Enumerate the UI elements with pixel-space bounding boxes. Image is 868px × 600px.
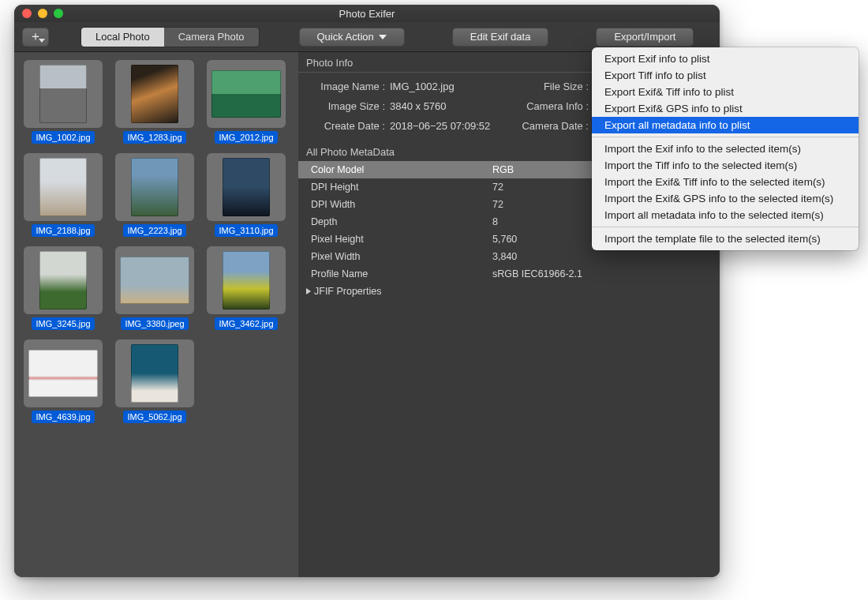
zoom-icon[interactable] <box>54 9 63 18</box>
thumbnail-item[interactable]: IMG_3380.jpeg <box>114 246 196 330</box>
metadata-key: Depth <box>311 216 492 227</box>
file-size-label: File Size : <box>513 81 589 92</box>
thumbnail-label: IMG_5062.jpg <box>123 411 185 423</box>
metadata-row[interactable]: Profile NamesRGB IEC61966-2.1 <box>298 265 720 283</box>
thumbnail-frame <box>24 246 103 314</box>
camera-date-label: Camera Date : <box>513 120 589 132</box>
thumbnail-label: IMG_2188.jpg <box>32 224 94 237</box>
thumbnail-frame <box>207 153 286 221</box>
quick-action-button[interactable]: Quick Action <box>299 28 405 47</box>
thumbnail-item[interactable]: IMG_3462.jpg <box>205 246 287 330</box>
metadata-key: Pixel Width <box>311 251 492 262</box>
metadata-key: DPI Width <box>311 199 492 210</box>
titlebar: Photo Exifer <box>14 5 720 22</box>
tab-local-photo[interactable]: Local Photo <box>81 28 164 47</box>
thumbnail-label: IMG_3380.jpeg <box>121 317 188 330</box>
menu-item[interactable]: Import the Exif& GPS info to the selecte… <box>592 190 859 207</box>
thumbnail-item[interactable]: IMG_2188.jpg <box>22 153 104 237</box>
thumbnail-label: IMG_2223.jpg <box>123 224 185 237</box>
thumbnail-frame <box>115 60 194 128</box>
traffic-lights <box>14 9 63 18</box>
jfif-disclosure[interactable]: JFIF Properties <box>298 283 720 300</box>
image-name-label: Image Name : <box>309 81 385 92</box>
thumbnail-item[interactable]: IMG_4639.jpg <box>22 339 104 423</box>
thumbnail-item[interactable]: IMG_1002.jpg <box>22 60 104 144</box>
menu-separator <box>592 227 859 227</box>
thumbnail-image <box>211 70 281 118</box>
thumbnail-item[interactable]: IMG_1283.jpg <box>114 60 196 144</box>
source-segmented-control: Local Photo Camera Photo <box>80 27 260 47</box>
thumbnail-label: IMG_3245.jpg <box>32 317 94 330</box>
triangle-right-icon <box>306 288 311 294</box>
quick-action-label: Quick Action <box>317 31 374 43</box>
menu-item[interactable]: Import the template file to the selected… <box>592 231 859 247</box>
thumbnail-frame <box>24 339 103 407</box>
thumbnail-frame <box>24 60 103 128</box>
metadata-key: Profile Name <box>311 268 492 279</box>
edit-exif-button[interactable]: Edit Exif data <box>452 28 549 47</box>
thumbnail-image <box>223 251 270 309</box>
thumbnail-image <box>120 257 189 304</box>
thumbnail-item[interactable]: IMG_5062.jpg <box>114 339 196 423</box>
window-title: Photo Exifer <box>14 8 720 20</box>
camera-info-label: Camera Info : <box>513 100 589 112</box>
thumbnail-grid: IMG_1002.jpgIMG_1283.jpgIMG_2012.jpgIMG_… <box>22 60 290 423</box>
menu-item[interactable]: Export Tiff info to plist <box>592 67 859 84</box>
thumbnail-sidebar[interactable]: IMG_1002.jpgIMG_1283.jpgIMG_2012.jpgIMG_… <box>14 52 298 577</box>
thumbnail-item[interactable]: IMG_3110.jpg <box>205 153 287 237</box>
export-import-button[interactable]: Export/Import <box>596 28 694 47</box>
menu-item[interactable]: Import the Exif info to the selected ite… <box>592 141 859 157</box>
metadata-row[interactable]: Pixel Width3,840 <box>298 248 720 265</box>
chevron-down-icon <box>379 35 387 39</box>
close-icon[interactable] <box>22 9 32 18</box>
menu-item[interactable]: Export Exif& Tiff info to plist <box>592 84 859 100</box>
metadata-key: Color Model <box>311 164 492 175</box>
thumbnail-frame <box>115 153 194 221</box>
menu-item[interactable]: Import all metadata info to the selected… <box>592 207 859 223</box>
image-size-value: 3840 x 5760 <box>390 100 508 112</box>
thumbnail-image <box>39 251 87 309</box>
metadata-value: sRGB IEC61966-2.1 <box>492 268 707 279</box>
metadata-key: Pixel Height <box>311 234 492 245</box>
menu-item[interactable]: Import the Tiff info to the selected ite… <box>592 157 859 174</box>
thumbnail-frame <box>115 339 194 407</box>
thumbnail-image <box>39 158 87 216</box>
thumbnail-image <box>131 158 178 216</box>
image-size-label: Image Size : <box>309 100 385 112</box>
thumbnail-label: IMG_1002.jpg <box>32 131 94 144</box>
create-date-value: 2018−06−25 07:09:52 <box>390 120 508 132</box>
thumbnail-label: IMG_4639.jpg <box>32 411 94 423</box>
thumbnail-image <box>223 158 270 216</box>
add-button[interactable]: ＋ <box>22 28 49 47</box>
thumbnail-frame <box>24 153 103 221</box>
thumbnail-frame <box>207 246 286 314</box>
edit-exif-label: Edit Exif data <box>470 31 531 43</box>
tab-camera-photo[interactable]: Camera Photo <box>164 28 259 47</box>
thumbnail-label: IMG_1283.jpg <box>123 131 185 144</box>
image-name-value: IMG_1002.jpg <box>390 81 508 92</box>
create-date-label: Create Date : <box>309 120 385 132</box>
thumbnail-image <box>131 65 178 123</box>
plus-icon: ＋ <box>29 28 42 45</box>
thumbnail-frame <box>115 246 194 314</box>
metadata-key: DPI Height <box>311 182 492 193</box>
thumbnail-frame <box>207 60 286 128</box>
minimize-icon[interactable] <box>38 9 47 18</box>
menu-item[interactable]: Export Exif info to plist <box>592 51 859 67</box>
thumbnail-image <box>28 350 98 397</box>
jfif-label: JFIF Properties <box>314 286 381 297</box>
export-import-label: Export/Import <box>614 31 675 43</box>
thumbnail-label: IMG_2012.jpg <box>215 131 277 144</box>
thumbnail-image <box>39 65 87 123</box>
menu-item[interactable]: Import the Exif& Tiff info to the select… <box>592 174 859 190</box>
menu-item[interactable]: Export all metadata info to plist <box>592 117 859 133</box>
menu-item[interactable]: Export Exif& GPS info to plist <box>592 100 859 117</box>
thumbnail-item[interactable]: IMG_2012.jpg <box>205 60 287 144</box>
menu-separator <box>592 137 859 137</box>
thumbnail-label: IMG_3462.jpg <box>215 317 277 330</box>
metadata-value: 3,840 <box>492 251 707 262</box>
thumbnail-image <box>131 344 178 403</box>
export-import-menu: Export Exif info to plistExport Tiff inf… <box>592 47 859 250</box>
thumbnail-item[interactable]: IMG_2223.jpg <box>114 153 196 237</box>
thumbnail-item[interactable]: IMG_3245.jpg <box>22 246 104 330</box>
